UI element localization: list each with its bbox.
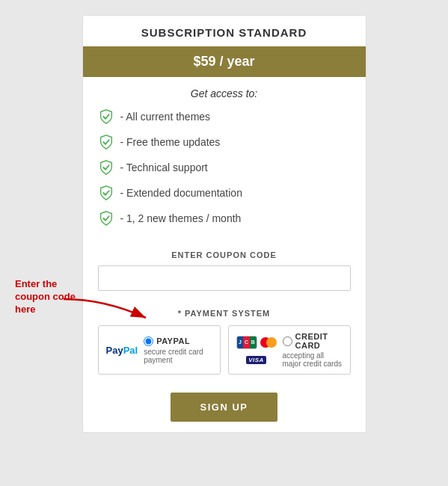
shield-check-icon-4 <box>98 185 114 201</box>
visa-icon: VISA <box>246 356 266 364</box>
feature-text-5: - 1, 2 new themes / month <box>120 212 242 224</box>
coupon-label: ENTER COUPON CODE <box>98 250 351 259</box>
feature-item-1: - All current themes <box>98 108 351 125</box>
feature-text-4: - Extended documentation <box>120 187 242 199</box>
coupon-input[interactable] <box>98 265 351 291</box>
shield-check-icon-5 <box>98 210 114 227</box>
coupon-section: ENTER COUPON CODE <box>83 243 366 301</box>
page-wrapper: Enter the coupon code here SUBSCRIPTION … <box>7 7 441 486</box>
paypal-logo: PayPal <box>106 339 138 361</box>
paypal-radio-label: PAYPAL secure credit card payment <box>144 336 212 364</box>
credit-card-desc: accepting all major credit cards <box>283 351 343 368</box>
feature-text-3: - Technical support <box>120 162 208 173</box>
signup-button[interactable]: SIGN UP <box>171 393 278 422</box>
feature-text-1: - All current themes <box>120 111 211 123</box>
credit-card-option[interactable]: J C B <box>228 325 351 375</box>
credit-card-radio-label: CREDIT CARD accepting all major credit c… <box>283 332 343 368</box>
mastercard-icon <box>260 337 277 348</box>
paypal-option[interactable]: PayPal PAYPAL secure credit card payment <box>98 325 221 375</box>
jcb-card-icon: J C B <box>236 336 257 349</box>
signup-section: SIGN UP <box>83 385 366 432</box>
feature-item-5: - 1, 2 new themes / month <box>98 210 351 227</box>
get-access-label: Get access to: <box>98 87 351 99</box>
paypal-logo-text: PayPal <box>106 345 138 356</box>
feature-item-2: - Free theme updates <box>98 134 351 150</box>
credit-card-logo: J C B <box>236 339 277 361</box>
feature-item-3: - Technical support <box>98 159 351 176</box>
shield-check-icon-3 <box>98 159 114 176</box>
card-title: SUBSCRIPTION STANDARD <box>83 16 366 46</box>
credit-card-radio-row: CREDIT CARD <box>283 332 343 350</box>
cards-row: J C B <box>236 336 277 349</box>
paypal-radio-row: PAYPAL <box>144 336 212 346</box>
shield-check-icon-2 <box>98 134 114 150</box>
credit-card-radio[interactable] <box>283 336 292 346</box>
visa-logo-row: VISA <box>246 351 266 365</box>
feature-item-4: - Extended documentation <box>98 185 351 201</box>
payment-options: PayPal PAYPAL secure credit card payment <box>98 325 351 375</box>
paypal-name: PAYPAL <box>156 336 190 345</box>
features-section: Get access to: - All current themes <box>83 77 366 243</box>
arrow-icon <box>60 295 150 325</box>
price-bar: $59 / year <box>83 46 366 77</box>
credit-card-name: CREDIT CARD <box>295 332 343 350</box>
paypal-desc: secure credit card payment <box>144 348 212 364</box>
arrow-container <box>60 295 150 325</box>
jcb-visa-logos: J C B <box>236 336 277 365</box>
feature-text-2: - Free theme updates <box>120 136 221 148</box>
shield-check-icon-1 <box>98 108 114 125</box>
paypal-radio[interactable] <box>144 336 153 346</box>
subscription-card: SUBSCRIPTION STANDARD $59 / year Get acc… <box>82 15 366 433</box>
